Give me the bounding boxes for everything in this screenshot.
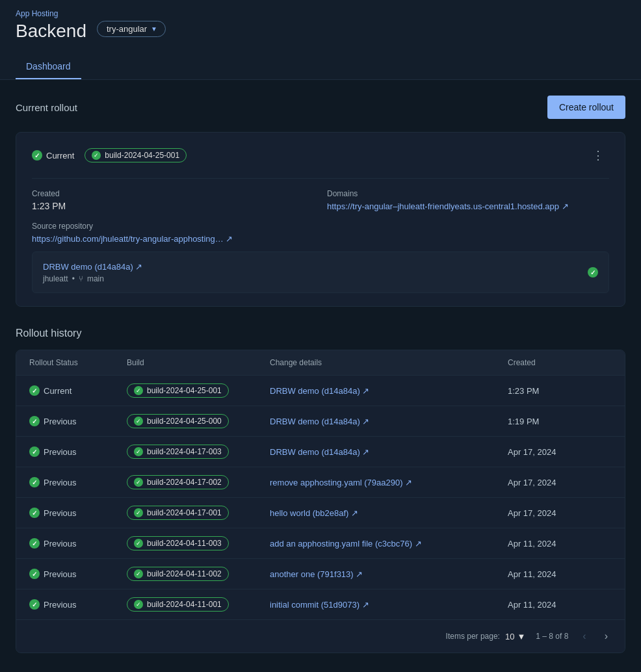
created-label: Created (32, 189, 314, 198)
bullet: • (72, 274, 75, 283)
td-build: ✓ build-2024-04-25-001 (127, 383, 270, 398)
row-build-badge: ✓ build-2024-04-25-000 (127, 414, 229, 428)
col-created: Created (508, 358, 612, 367)
current-rollout-card: Current ✓ build-2024-04-25-001 ⋮ Created… (16, 132, 625, 307)
tab-dashboard[interactable]: Dashboard (16, 55, 81, 79)
row-build-badge: ✓ build-2024-04-11-002 (127, 567, 229, 581)
td-status: Previous (29, 416, 127, 426)
current-status-badge: Current (32, 150, 74, 161)
td-created: Apr 17, 2024 (508, 447, 612, 457)
backend-title: Backend (16, 21, 86, 42)
history-table: Rollout Status Build Change details Crea… (16, 350, 625, 653)
external-link-icon: ↗ (351, 508, 358, 518)
row-status-icon (29, 569, 40, 579)
table-row: Current ✓ build-2024-04-25-001 DRBW demo… (16, 376, 625, 406)
td-created: Apr 11, 2024 (508, 569, 612, 579)
td-build: ✓ build-2024-04-17-001 (127, 506, 270, 520)
create-rollout-button[interactable]: Create rollout (547, 96, 625, 119)
row-build-check-icon: ✓ (134, 447, 143, 456)
row-status-icon (29, 508, 40, 518)
table-header: Rollout Status Build Change details Crea… (16, 350, 625, 376)
commit-status-icon (588, 267, 598, 278)
col-rollout-status: Rollout Status (29, 358, 127, 367)
table-row: Previous ✓ build-2024-04-25-000 DRBW dem… (16, 406, 625, 437)
rollout-info-grid: Created 1:23 PM Domains https://try-angu… (32, 189, 609, 211)
top-bar: App Hosting Backend try-angular ▼ Dashbo… (0, 0, 641, 80)
change-link[interactable]: DRBW demo (d14a84a) ↗ (270, 447, 369, 457)
td-status: Previous (29, 599, 127, 610)
rollout-history-title: Rollout history (16, 328, 625, 339)
commit-card: DRBW demo (d14a84a) ↗ jhuleatt • ⑂ main (32, 252, 609, 293)
commit-title-link[interactable]: DRBW demo (d14a84a) ↗ (43, 262, 142, 272)
rollout-card-header-left: Current ✓ build-2024-04-25-001 (32, 148, 187, 162)
change-link[interactable]: DRBW demo (d14a84a) ↗ (270, 417, 369, 426)
row-build-badge: ✓ build-2024-04-17-001 (127, 506, 229, 520)
td-change: add an apphosting.yaml file (c3cbc76) ↗ (270, 539, 508, 549)
change-link[interactable]: hello world (bb2e8af) ↗ (270, 508, 358, 518)
td-created: Apr 17, 2024 (508, 478, 612, 487)
external-link-icon: ↗ (362, 447, 369, 457)
row-build-badge: ✓ build-2024-04-11-003 (127, 536, 229, 550)
status-dot-icon (32, 150, 42, 161)
row-build-badge: ✓ build-2024-04-17-003 (127, 445, 229, 459)
table-row: Previous ✓ build-2024-04-11-001 initial … (16, 589, 625, 619)
created-value: 1:23 PM (32, 201, 314, 211)
prev-page-button[interactable]: ‹ (579, 628, 590, 645)
pagination-row: Items per page: 10 ▼ 1 – 8 of 8 ‹ › (16, 619, 625, 653)
row-status-icon (29, 446, 40, 457)
row-status-icon (29, 385, 40, 396)
domains-link[interactable]: https://try-angular–jhuleatt-friendlyeat… (327, 201, 569, 211)
external-link-icon: ↗ (405, 478, 412, 487)
external-link-icon: ↗ (362, 600, 369, 610)
td-change: initial commit (51d9073) ↗ (270, 600, 508, 610)
td-created: 1:19 PM (508, 417, 612, 426)
table-row: Previous ✓ build-2024-04-17-002 remove a… (16, 467, 625, 498)
change-link[interactable]: DRBW demo (d14a84a) ↗ (270, 386, 369, 396)
td-change: DRBW demo (d14a84a) ↗ (270, 386, 508, 396)
change-link[interactable]: another one (791f313) ↗ (270, 569, 363, 579)
more-icon: ⋮ (592, 149, 604, 162)
td-status: Previous (29, 538, 127, 549)
next-page-button[interactable]: › (601, 628, 612, 645)
change-link[interactable]: initial commit (51d9073) ↗ (270, 600, 369, 610)
row-build-check-icon: ✓ (134, 600, 143, 609)
td-build: ✓ build-2024-04-25-000 (127, 414, 270, 428)
app-hosting-label: App Hosting (16, 9, 86, 18)
td-status: Previous (29, 569, 127, 579)
items-chevron-icon: ▼ (517, 632, 525, 641)
td-build: ✓ build-2024-04-17-002 (127, 475, 270, 489)
td-change: remove apphosting.yaml (79aa290) ↗ (270, 478, 508, 487)
row-build-check-icon: ✓ (134, 539, 143, 548)
content-area: Current rollout Create rollout Current ✓… (0, 80, 641, 669)
more-options-button[interactable]: ⋮ (587, 146, 609, 165)
source-repo-link[interactable]: https://github.com/jhuleatt/try-angular-… (32, 234, 233, 244)
build-id-badge: ✓ build-2024-04-25-001 (85, 148, 187, 162)
td-created: 1:23 PM (508, 386, 612, 396)
td-created: Apr 11, 2024 (508, 600, 612, 610)
td-status: Previous (29, 477, 127, 487)
table-row: Previous ✓ build-2024-04-17-003 DRBW dem… (16, 437, 625, 467)
change-link[interactable]: add an apphosting.yaml file (c3cbc76) ↗ (270, 539, 422, 549)
td-created: Apr 17, 2024 (508, 508, 612, 518)
branch-selector[interactable]: try-angular ▼ (97, 21, 166, 37)
row-build-check-icon: ✓ (134, 569, 143, 578)
commit-user: jhuleatt (43, 274, 68, 283)
commit-branch: main (87, 274, 104, 283)
items-per-page-select[interactable]: 10 ▼ (505, 632, 525, 641)
change-link[interactable]: remove apphosting.yaml (79aa290) ↗ (270, 478, 412, 487)
row-status-icon (29, 599, 40, 610)
row-build-badge: ✓ build-2024-04-17-002 (127, 475, 229, 489)
tabs-row: Dashboard (16, 55, 625, 79)
source-repo-label: Source repository (32, 222, 609, 231)
td-status: Current (29, 385, 127, 396)
branch-name: try-angular (107, 24, 147, 34)
row-build-check-icon: ✓ (134, 386, 143, 395)
col-build: Build (127, 358, 270, 367)
external-link-icon: ↗ (415, 539, 422, 549)
row-status-icon (29, 538, 40, 549)
table-row: Previous ✓ build-2024-04-11-003 add an a… (16, 528, 625, 559)
table-row: Previous ✓ build-2024-04-11-002 another … (16, 559, 625, 589)
card-divider (32, 178, 609, 179)
items-per-page: Items per page: 10 ▼ (446, 632, 526, 641)
row-build-check-icon: ✓ (134, 417, 143, 426)
